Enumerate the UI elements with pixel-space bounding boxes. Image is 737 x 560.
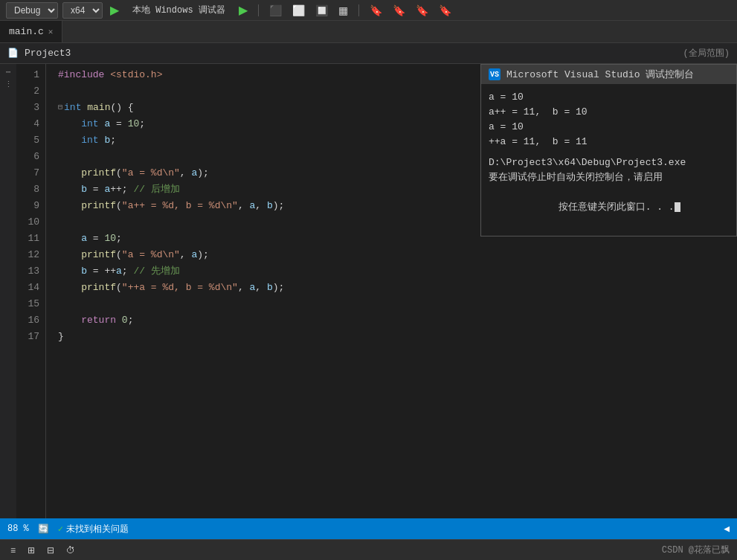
str-14: "++a = %d, b = %d\n" <box>122 280 238 296</box>
toolbar-icon-2[interactable]: ⬜ <box>289 3 308 18</box>
cmt-8: // 后增加 <box>133 181 179 198</box>
kw-int-5: int <box>81 132 98 149</box>
arch-dropdown[interactable]: x64 <box>62 2 103 19</box>
run2-button[interactable]: ▶ <box>236 1 251 19</box>
debug-console: VS Microsoft Visual Studio 调试控制台 a = 10 … <box>480 64 737 236</box>
var-a-13: a <box>116 263 122 280</box>
var-a-11: a <box>81 231 87 247</box>
tab-close-icon[interactable]: ✕ <box>48 27 54 36</box>
debug-msg1: 要在调试停止时自动关闭控制台，请启用 <box>489 170 729 185</box>
var-b-8: b <box>81 181 87 198</box>
fn-printf-7: printf <box>81 165 116 181</box>
debug-console-header: VS Microsoft Visual Studio 调试控制台 <box>481 65 736 84</box>
tab-bar: main.c ✕ <box>0 21 737 43</box>
vs-icon: VS <box>489 68 501 80</box>
main-area: ⋯ ⋮ 1 2 3 4 5 6 7 8 9 10 11 12 13 14 15 <box>0 64 737 518</box>
toolbar-icon-4[interactable]: ▦ <box>335 3 351 18</box>
num-10-4: 10 <box>128 116 140 132</box>
debug-output-4: ++a = 11, b = 11 <box>489 135 729 149</box>
toolbar-separator2 <box>358 4 359 16</box>
solution-bar: 📄 Project3 (全局范围) <box>0 43 737 64</box>
watermark-text: CSDN @花落已飘 <box>662 544 730 556</box>
no-issues-check: ✓ 未找到相关问题 <box>58 523 129 535</box>
code-line-15 <box>58 296 737 312</box>
num-10-11: 10 <box>104 231 116 247</box>
left-sidebar: ⋯ ⋮ <box>0 64 16 518</box>
debug-path-line: D:\Project3\x64\Debug\Project3.exe <box>489 155 729 170</box>
code-editor[interactable]: 1 2 3 4 5 6 7 8 9 10 11 12 13 14 15 16 1… <box>16 64 737 518</box>
kw-return: return <box>81 312 116 329</box>
bottom-icon-1[interactable]: ≡ <box>7 544 19 557</box>
bottom-icon-4[interactable]: ⏱ <box>63 544 78 557</box>
code-line-12: printf ( "a = %d\n" , a ); <box>58 247 737 263</box>
debug-output-1: a = 10 <box>489 90 729 105</box>
scroll-left-icon[interactable]: ◀ <box>724 523 730 535</box>
var-b-5: b <box>104 132 110 149</box>
code-line-17: } <box>58 329 737 345</box>
zoom-level: 88 % <box>7 524 29 534</box>
project-name[interactable]: Project3 <box>25 48 71 59</box>
num-0: 0 <box>122 312 128 329</box>
fn-printf-14: printf <box>81 280 116 296</box>
run-mode-label: 本地 Windows 调试器 <box>126 2 231 18</box>
debug-console-title: Microsoft Visual Studio 调试控制台 <box>506 68 694 81</box>
toolbar-icon-5[interactable]: 🔖 <box>367 3 385 18</box>
run-button[interactable]: ▶ <box>107 1 122 19</box>
toolbar-icon-3[interactable]: 🔲 <box>312 3 331 18</box>
scope-label: (全局范围) <box>683 47 730 59</box>
debug-msg2: 按任意键关闭此窗口. . . <box>489 185 729 230</box>
kw-int-4: int <box>81 116 98 132</box>
var-b-14: b <box>267 280 273 296</box>
debug-output-2: a++ = 11, b = 10 <box>489 105 729 120</box>
var-a-4: a <box>104 116 110 132</box>
fn-printf-9: printf <box>81 198 116 214</box>
fn-main: main <box>87 100 110 116</box>
line-numbers: 1 2 3 4 5 6 7 8 9 10 11 12 13 14 15 16 1… <box>16 64 46 518</box>
var-b-9: b <box>267 198 273 214</box>
tab-main-c[interactable]: main.c ✕ <box>0 21 62 42</box>
kw-int: int <box>64 100 81 116</box>
code-line-13: b = ++ a ; // 先增加 <box>58 263 737 280</box>
debug-dropdown[interactable]: Debug <box>6 2 58 19</box>
collapse-btn-3[interactable]: ⊟ <box>58 100 62 116</box>
str-9: "a++ = %d, b = %d\n" <box>122 198 238 214</box>
bottom-icon-2[interactable]: ⊞ <box>25 544 38 557</box>
no-issues-label: 未找到相关问题 <box>66 523 129 535</box>
toolbar-icon-7[interactable]: 🔖 <box>413 3 431 18</box>
toolbar-icon-8[interactable]: 🔖 <box>436 3 454 18</box>
toolbar-separator <box>258 4 259 16</box>
activity-icon: 🔄 <box>38 524 49 535</box>
fn-printf-12: printf <box>81 247 116 263</box>
cursor-blink <box>675 202 680 212</box>
var-a-7: a <box>191 165 197 181</box>
sidebar-icon-2[interactable]: ⋮ <box>4 80 13 89</box>
bottom-icon-3[interactable]: ⊟ <box>44 544 57 557</box>
include-file: <stdio.h> <box>110 67 162 83</box>
toolbar-icon-6[interactable]: 🔖 <box>390 3 408 18</box>
code-line-16: return 0 ; <box>58 312 737 329</box>
cmt-13: // 先增加 <box>133 263 179 280</box>
tab-filename: main.c <box>9 26 44 37</box>
code-line-14: printf ( "++a = %d, b = %d\n" , a , b ); <box>58 280 737 296</box>
main-toolbar: Debug x64 ▶ 本地 Windows 调试器 ▶ ⬛ ⬜ 🔲 ▦ 🔖 🔖… <box>0 0 737 21</box>
toolbar-icon-1[interactable]: ⬛ <box>266 3 285 18</box>
debug-path-section: D:\Project3\x64\Debug\Project3.exe 要在调试停… <box>489 155 729 230</box>
project-icon: 📄 <box>7 48 19 59</box>
var-a-8: a <box>104 181 110 198</box>
str-7: "a = %d\n" <box>122 165 180 181</box>
var-b-13: b <box>81 263 87 280</box>
debug-output-3: a = 10 <box>489 120 729 135</box>
var-a-14: a <box>249 280 255 296</box>
sidebar-icon-1[interactable]: ⋯ <box>6 67 11 77</box>
bottom-toolbar: ≡ ⊞ ⊟ ⏱ CSDN @花落已飘 <box>0 539 737 560</box>
var-a-9: a <box>249 198 255 214</box>
str-12: "a = %d\n" <box>122 247 180 263</box>
debug-console-body: a = 10 a++ = 11, b = 10 a = 10 ++a = 11,… <box>481 84 736 236</box>
keyword-include: #include <box>58 67 104 83</box>
status-bar: 88 % 🔄 ✓ 未找到相关问题 ◀ <box>0 518 737 539</box>
check-icon: ✓ <box>58 524 63 535</box>
var-a-12: a <box>191 247 197 263</box>
